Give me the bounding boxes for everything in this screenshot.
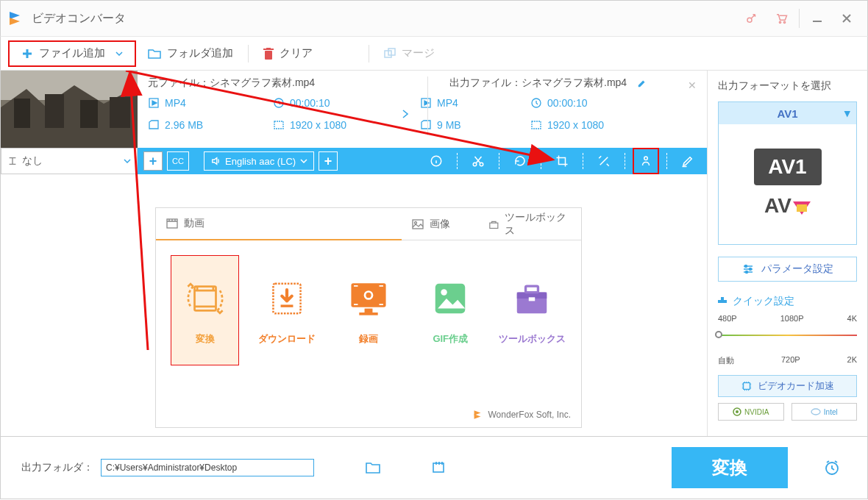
svg-point-32	[414, 221, 416, 224]
svg-rect-47	[529, 297, 535, 301]
svg-point-3	[779, 21, 780, 23]
nvidia-tag: NVIDIA	[718, 403, 784, 421]
schedule-icon[interactable]	[817, 453, 847, 482]
av1-badge-icon: AV1	[754, 149, 822, 185]
titlebar: ビデオコンバータ	[0, 0, 868, 37]
svg-rect-6	[265, 51, 272, 60]
svg-marker-1	[10, 18, 20, 25]
cart-icon[interactable]	[766, 4, 796, 33]
tab-toolbox[interactable]: ツールボックス	[478, 208, 581, 240]
intel-tag: Intel	[791, 403, 858, 421]
svg-rect-42	[435, 284, 466, 314]
svg-rect-57	[718, 300, 727, 303]
svg-point-54	[749, 268, 751, 271]
svg-point-53	[744, 265, 747, 268]
add-file-button[interactable]: ファイル追加	[8, 40, 136, 67]
module-record[interactable]: 録画	[334, 255, 402, 365]
svg-rect-39	[359, 312, 377, 315]
module-toolbox[interactable]: ツールボックス	[498, 255, 566, 365]
key-icon[interactable]	[737, 4, 766, 33]
svg-rect-17	[110, 97, 130, 128]
parameter-settings-button[interactable]: パラメータ設定	[718, 257, 857, 282]
add-file-label: ファイル追加	[39, 46, 105, 60]
resolution-slider[interactable]: 480P1080P4K	[718, 314, 857, 342]
effects-icon[interactable]	[591, 148, 617, 174]
subtitle-select[interactable]: なし	[1, 148, 138, 174]
convert-button[interactable]: 変換	[672, 447, 788, 488]
output-format-title: 出力フォーマットを選択	[718, 79, 857, 93]
svg-rect-46	[526, 286, 538, 292]
edit-pen-icon[interactable]	[675, 148, 701, 174]
add-folder-button[interactable]: フォルダ追加	[136, 40, 245, 67]
av1-logo-icon: AV	[764, 194, 811, 218]
open-folder-icon[interactable]	[358, 453, 388, 482]
svg-point-41	[366, 293, 371, 298]
svg-rect-15	[45, 94, 64, 128]
tab-video[interactable]: 動画	[156, 208, 402, 240]
quick-settings-title: クイック設定	[718, 295, 857, 308]
cc-button[interactable]: CC	[167, 151, 189, 171]
svg-marker-0	[10, 12, 20, 19]
cut-icon[interactable]	[465, 148, 491, 174]
svg-point-60	[736, 410, 739, 413]
add-subtitle-button[interactable]: +	[143, 151, 163, 171]
svg-point-4	[783, 21, 785, 23]
format-selector[interactable]: AV1 ▾ AV1 AV	[718, 101, 857, 245]
svg-point-29	[644, 157, 648, 160]
output-folder-label: 出力フォルダ：	[21, 461, 93, 474]
video-thumbnail[interactable]	[1, 71, 138, 148]
clear-button[interactable]: クリア	[252, 40, 324, 67]
rotate-icon[interactable]	[507, 148, 533, 174]
svg-rect-8	[266, 48, 271, 49]
svg-marker-48	[474, 410, 480, 415]
svg-rect-16	[80, 100, 98, 128]
svg-rect-33	[489, 223, 497, 228]
svg-point-61	[811, 409, 820, 415]
svg-rect-5	[813, 21, 822, 22]
svg-rect-38	[365, 309, 373, 312]
module-panel: 動画 画像 ツールボックス 変換 ダウンロード	[155, 207, 582, 428]
file-name-row: 元ファイル：シネマグラフ素材.mp4 出力ファイル：シネマグラフ素材.mp4	[148, 76, 697, 90]
add-audio-button[interactable]: +	[319, 151, 338, 171]
crop-icon[interactable]	[549, 148, 575, 174]
svg-point-55	[745, 271, 747, 274]
svg-rect-58	[743, 383, 750, 390]
gpu-accel-button[interactable]: ビデオカード加速	[718, 375, 857, 397]
source-resolution: 1920 x 1080	[273, 119, 398, 131]
panel-footer: WonderFox Soft, Inc.	[472, 410, 572, 420]
close-icon[interactable]	[832, 4, 861, 33]
info-icon[interactable]	[423, 148, 449, 174]
merge-button[interactable]: マージ	[372, 40, 447, 67]
watermark-icon[interactable]	[633, 148, 659, 174]
separator	[369, 45, 369, 63]
svg-rect-21	[274, 121, 283, 129]
app-title: ビデオコンバータ	[32, 11, 737, 26]
action-bar: なし + CC English aac (LC) +	[1, 148, 707, 174]
module-download[interactable]: ダウンロード	[252, 255, 321, 365]
svg-marker-19	[152, 101, 157, 105]
module-convert[interactable]: 変換	[171, 255, 239, 365]
output-folder-input[interactable]	[101, 459, 314, 476]
bottom-bar: 出力フォルダ： 変換	[0, 436, 868, 499]
merge-label: マージ	[402, 46, 435, 60]
audio-track-select[interactable]: English aac (LC)	[204, 151, 314, 171]
svg-rect-7	[263, 49, 274, 50]
app-logo-icon	[7, 10, 23, 26]
batch-icon[interactable]	[424, 453, 454, 482]
separator	[248, 45, 249, 63]
tab-image[interactable]: 画像	[402, 208, 478, 240]
clear-label: クリア	[280, 46, 313, 60]
source-format: MP4	[148, 97, 273, 109]
svg-rect-36	[280, 304, 293, 307]
module-gif[interactable]: GIF作成	[416, 255, 485, 365]
output-format-panel: 出力フォーマットを選択 AV1 ▾ AV1 AV パラメータ設定 クイック設定 …	[707, 71, 867, 436]
resolution-labels-bottom: 自動720P2K	[718, 355, 857, 366]
source-duration: 00:00:10	[273, 97, 398, 109]
minimize-icon[interactable]	[803, 4, 832, 33]
svg-rect-56	[721, 297, 724, 300]
toolbar: ファイル追加 フォルダ追加 クリア マージ	[0, 37, 868, 71]
svg-point-2	[747, 18, 752, 22]
svg-rect-14	[14, 99, 30, 128]
file-entry: ✕ 元ファイル：シネマグラフ素材.mp4 出力ファイル：シネマグラフ素材.mp4…	[1, 71, 707, 148]
svg-marker-49	[474, 414, 480, 418]
